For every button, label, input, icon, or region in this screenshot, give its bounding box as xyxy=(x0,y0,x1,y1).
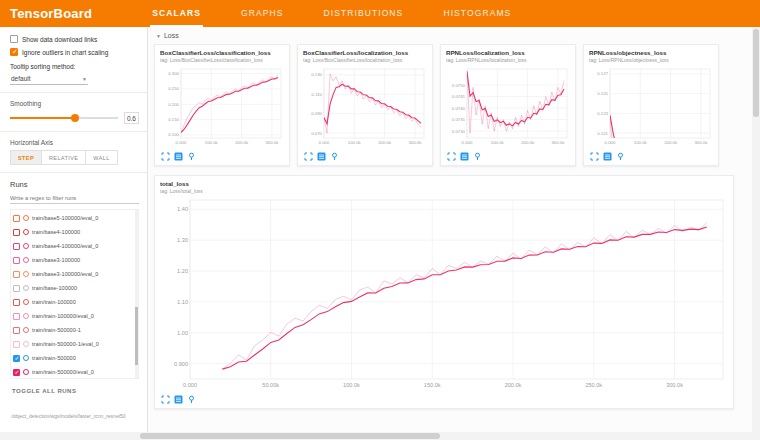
run-row[interactable]: train/base5-100000/eval_0 xyxy=(13,211,132,225)
run-checkbox[interactable] xyxy=(13,327,20,334)
runs-scrollbar-thumb[interactable] xyxy=(135,307,138,364)
runs-filter-input[interactable] xyxy=(10,193,139,204)
toggle-all-runs-button[interactable]: TOGGLE ALL RUNS xyxy=(10,385,78,397)
svg-text:300.0k: 300.0k xyxy=(265,140,279,145)
chart-tag: tag: Loss/total_loss xyxy=(160,188,728,194)
pin-icon[interactable] xyxy=(330,152,339,161)
run-row[interactable]: train/train-100000/eval_0 xyxy=(13,309,132,323)
run-checkbox[interactable] xyxy=(13,243,20,250)
run-checkbox[interactable] xyxy=(13,299,20,306)
fullscreen-icon[interactable] xyxy=(304,152,313,161)
menu-icon[interactable] xyxy=(174,395,183,404)
run-checkbox[interactable] xyxy=(13,285,20,292)
checkbox-icon[interactable] xyxy=(10,35,18,43)
run-checkbox[interactable] xyxy=(13,271,20,278)
run-checkbox[interactable] xyxy=(13,313,20,320)
category-title: Loss xyxy=(164,32,179,39)
chart-tag: tag: Loss/RPNLoss/localization_loss xyxy=(446,57,570,63)
svg-text:100.0k: 100.0k xyxy=(634,140,648,145)
run-row[interactable]: train/train-500000 xyxy=(13,351,132,365)
menu-icon[interactable] xyxy=(174,152,183,161)
chart-title: RPNLoss/localization_loss xyxy=(446,49,570,56)
svg-text:1.20: 1.20 xyxy=(177,268,188,274)
chart-canvas[interactable]: 0.07300.07350.07400.07450.07500.000100.0… xyxy=(446,65,572,149)
run-row[interactable]: train/train-500000-1 xyxy=(13,323,132,337)
svg-text:0.0750: 0.0750 xyxy=(452,83,466,88)
logdir-path: ./object_detection/wgs/models/faster_rcn… xyxy=(10,413,139,420)
smoothing-value[interactable]: 0.6 xyxy=(124,112,139,124)
chart-plot[interactable]: 0.0700.0900.1100.1300.000100.0k200.0k300… xyxy=(303,65,427,149)
show-download-links-option[interactable]: Show data download links xyxy=(10,35,139,43)
fullscreen-icon[interactable] xyxy=(447,152,456,161)
run-row[interactable]: train/base3-100000 xyxy=(13,253,132,267)
svg-text:0.000: 0.000 xyxy=(605,140,616,145)
category-header-loss[interactable]: ▼ Loss xyxy=(156,32,756,39)
divider xyxy=(0,131,147,132)
chart-title: BoxClassifierLoss/localization_loss xyxy=(303,49,427,56)
menu-icon[interactable] xyxy=(603,152,612,161)
chart-canvas[interactable]: 0.9001.001.101.201.301.400.00050.00k100.… xyxy=(160,196,728,392)
svg-text:200.0k: 200.0k xyxy=(505,382,522,388)
axis-step-button[interactable]: STEP xyxy=(11,151,42,164)
menu-icon[interactable] xyxy=(317,152,326,161)
nav-tabs: SCALARS GRAPHS DISTRIBUTIONS HISTOGRAMS xyxy=(150,0,513,27)
run-row[interactable]: train/train-100000 xyxy=(13,295,132,309)
runs-scrollbar[interactable] xyxy=(135,210,138,378)
checkbox-icon[interactable] xyxy=(10,48,18,56)
tab-histograms[interactable]: HISTOGRAMS xyxy=(441,0,513,27)
tooltip-sorting-label: Tooltip sorting method: xyxy=(10,63,75,70)
run-color-icon xyxy=(23,299,29,305)
chart-canvas[interactable]: 0.1000.1500.2000.2500.3000.000100.0k200.… xyxy=(160,65,286,149)
menu-icon[interactable] xyxy=(460,152,469,161)
run-row[interactable]: train/base3-100000/eval_0 xyxy=(13,267,132,281)
svg-text:1.40: 1.40 xyxy=(177,206,188,212)
pin-icon[interactable] xyxy=(616,152,625,161)
chart-card-c1: BoxClassifierLoss/localization_losstag: … xyxy=(297,44,433,166)
pin-icon[interactable] xyxy=(187,395,196,404)
runs-title: Runs xyxy=(10,180,139,189)
svg-text:300.0k: 300.0k xyxy=(666,382,683,388)
run-checkbox[interactable] xyxy=(13,369,20,376)
svg-text:0.150: 0.150 xyxy=(168,117,179,122)
fullscreen-icon[interactable] xyxy=(590,152,599,161)
vertical-scrollbar-thumb[interactable] xyxy=(753,29,759,117)
svg-text:0.110: 0.110 xyxy=(312,92,323,97)
fullscreen-icon[interactable] xyxy=(161,152,170,161)
fullscreen-icon[interactable] xyxy=(161,395,170,404)
horizontal-scrollbar[interactable] xyxy=(0,432,752,440)
tab-scalars[interactable]: SCALARS xyxy=(150,0,203,27)
tooltip-sorting-select[interactable]: default ▼ xyxy=(10,73,88,85)
run-row[interactable]: train/train-500000-1/eval_0 xyxy=(13,337,132,351)
pin-icon[interactable] xyxy=(187,152,196,161)
smoothing-slider[interactable] xyxy=(10,117,118,119)
run-label: train/base5-100000/eval_0 xyxy=(32,215,132,221)
chart-canvas[interactable]: 0.1210.1230.1250.1270.000100.0k200.0k300… xyxy=(589,65,715,149)
axis-wall-button[interactable]: WALL xyxy=(86,151,116,164)
ignore-outliers-option[interactable]: Ignore outliers in chart scaling xyxy=(10,48,139,56)
chart-plot[interactable]: 0.1000.1500.2000.2500.3000.000100.0k200.… xyxy=(160,65,284,149)
tooltip-sorting-value: default xyxy=(11,75,31,82)
run-checkbox[interactable] xyxy=(13,229,20,236)
run-row[interactable]: train/train-500000/eval_0 xyxy=(13,365,132,379)
chart-tag: tag: Loss/BoxClassifierLoss/classificati… xyxy=(160,57,284,63)
run-checkbox[interactable] xyxy=(13,257,20,264)
run-checkbox[interactable] xyxy=(13,355,20,362)
chart-actions xyxy=(303,149,427,164)
tab-graphs[interactable]: GRAPHS xyxy=(239,0,286,27)
chart-plot[interactable]: 0.07300.07350.07400.07450.07500.000100.0… xyxy=(446,65,570,149)
chart-actions xyxy=(589,149,713,164)
axis-relative-button[interactable]: RELATIVE xyxy=(42,151,86,164)
pin-icon[interactable] xyxy=(473,152,482,161)
run-row[interactable]: train/base-100000 xyxy=(13,281,132,295)
slider-knob[interactable] xyxy=(71,114,79,122)
chart-plot[interactable]: 0.1210.1230.1250.1270.000100.0k200.0k300… xyxy=(589,65,713,149)
run-checkbox[interactable] xyxy=(13,341,20,348)
horizontal-scrollbar-thumb[interactable] xyxy=(140,433,440,439)
run-row[interactable]: train/base4-100000/eval_0 xyxy=(13,239,132,253)
chart-canvas[interactable]: 0.0700.0900.1100.1300.000100.0k200.0k300… xyxy=(303,65,429,149)
run-checkbox[interactable] xyxy=(13,215,20,222)
chart-plot[interactable]: 0.9001.001.101.201.301.400.00050.00k100.… xyxy=(160,196,728,392)
run-row[interactable]: train/base4-100000 xyxy=(13,225,132,239)
tab-distributions[interactable]: DISTRIBUTIONS xyxy=(321,0,405,27)
vertical-scrollbar[interactable] xyxy=(752,27,760,440)
